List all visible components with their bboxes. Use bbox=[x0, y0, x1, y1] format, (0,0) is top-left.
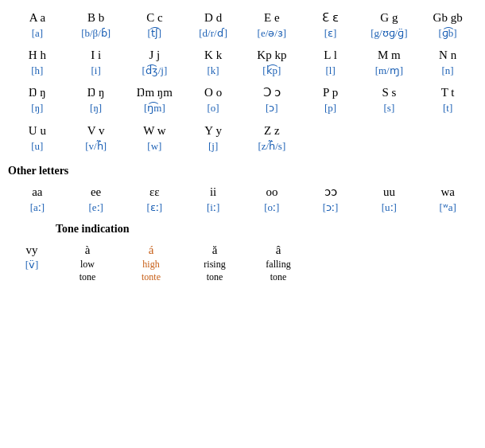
other-cell: uu[uː] bbox=[360, 181, 419, 218]
tone-cell: ărising tone bbox=[183, 239, 246, 286]
letter-display: E e bbox=[264, 10, 280, 26]
ipa-display: [s] bbox=[384, 101, 395, 115]
alphabet-cell: S s[s] bbox=[360, 81, 419, 119]
tone-cell: àlow tone bbox=[56, 239, 119, 286]
ipa-display: [v/ɦ̃] bbox=[85, 139, 107, 154]
tone-letter: à bbox=[85, 242, 91, 259]
ipa-display: [e/ə/ɜ] bbox=[258, 26, 287, 41]
alphabet-cell: Ŋ ŋ[ŋ] bbox=[8, 81, 67, 119]
ipa-display: [ŋ͡m] bbox=[144, 101, 165, 115]
letter-display: B b bbox=[87, 10, 104, 26]
other-letter-display: wa bbox=[440, 184, 455, 201]
other-letters-grid: aa[aː]ee[eː]εε[ɛː]ii[iː]oo[oː]ɔɔ[ɔː]uu[u… bbox=[8, 181, 477, 218]
tone-label: rising tone bbox=[204, 259, 225, 283]
other-ipa-display: [oː] bbox=[264, 201, 279, 215]
alphabet-cell: D d[d/r/ɗ] bbox=[184, 6, 242, 44]
ipa-display: [l] bbox=[325, 64, 335, 78]
letter-display: K k bbox=[204, 47, 222, 64]
ipa-display: [k͡p] bbox=[262, 64, 281, 78]
alphabet-cell: O o[o] bbox=[184, 81, 242, 119]
letter-display: Ŋm ŋm bbox=[137, 84, 173, 101]
other-cell: ii[iː] bbox=[184, 181, 242, 218]
ipa-display: [h] bbox=[31, 64, 43, 78]
empty-cell bbox=[360, 119, 419, 157]
ipa-display: [d/r/ɗ] bbox=[199, 26, 227, 41]
other-ipa-display: [aː] bbox=[30, 201, 45, 215]
alphabet-cell: Ɛ ɛ[ɛ] bbox=[301, 6, 360, 44]
tone-section: Tone indicationvy[v̈]àlow toneáhigh tont… bbox=[8, 223, 477, 286]
tone-grid: vy[v̈]àlow toneáhigh tonteărising toneâf… bbox=[8, 239, 477, 286]
other-letter-display: oo bbox=[266, 184, 277, 201]
letter-display: D d bbox=[204, 10, 222, 26]
letter-display: J j bbox=[149, 47, 160, 64]
ipa-display: [b/β/ɓ] bbox=[81, 26, 111, 41]
letter-display: H h bbox=[29, 47, 46, 64]
alphabet-cell: W w[w] bbox=[126, 119, 184, 157]
ipa-display: [d͡ʒ/j] bbox=[142, 64, 167, 78]
other-ipa-display: [ɛː] bbox=[147, 201, 163, 215]
alphabet-cell: L l[l] bbox=[301, 44, 360, 81]
letter-display: Gb gb bbox=[433, 10, 463, 26]
tone-label: low tone bbox=[80, 259, 96, 283]
tone-cell: âfalling tone bbox=[246, 239, 310, 286]
ipa-display: [t͡ʃ] bbox=[148, 26, 162, 41]
alphabet-cell: N n[n] bbox=[418, 44, 477, 81]
alphabet-cell: A a[a] bbox=[8, 6, 67, 44]
letter-display: T t bbox=[441, 84, 455, 101]
alphabet-cell: M m[m/ɱ] bbox=[360, 44, 419, 81]
ipa-display: [t] bbox=[443, 101, 452, 115]
alphabet-grid: A a[a]B b[b/β/ɓ]C c[t͡ʃ]D d[d/r/ɗ]E e[e/… bbox=[8, 6, 477, 157]
ipa-display: [m/ɱ] bbox=[375, 64, 403, 78]
ipa-display: [g/ʊɡ/ɡ̈] bbox=[371, 26, 407, 41]
empty-cell bbox=[301, 119, 360, 157]
ipa-display: [j] bbox=[208, 139, 218, 154]
alphabet-cell: Kp kp[k͡p] bbox=[242, 44, 301, 81]
other-letter-display: ɔɔ bbox=[324, 184, 337, 201]
letter-display: L l bbox=[324, 47, 337, 64]
alphabet-cell: U u[u] bbox=[8, 119, 67, 157]
alphabet-cell: Z z[z/ɦ̃/s] bbox=[242, 119, 301, 157]
tone-ipa: [v̈] bbox=[25, 259, 39, 271]
tone-cell: vy[v̈] bbox=[8, 239, 56, 286]
tone-label: high tonte bbox=[142, 259, 161, 283]
letter-display: M m bbox=[378, 47, 401, 64]
alphabet-cell: Y y[j] bbox=[184, 119, 242, 157]
ipa-display: [w] bbox=[147, 139, 161, 154]
other-ipa-display: [ʷa] bbox=[439, 201, 456, 215]
other-letters-title: Other letters bbox=[8, 165, 477, 177]
letter-display: W w bbox=[143, 123, 165, 139]
alphabet-cell: V v[v/ɦ̃] bbox=[67, 119, 126, 157]
other-cell: ee[eː] bbox=[67, 181, 126, 218]
ipa-display: [n] bbox=[442, 64, 454, 78]
ipa-display: [ŋ] bbox=[31, 101, 43, 115]
empty-cell bbox=[418, 119, 477, 157]
other-letter-display: ii bbox=[210, 184, 216, 201]
letter-display: U u bbox=[29, 123, 46, 139]
ipa-display: [ɡ͡b] bbox=[439, 26, 457, 41]
alphabet-cell: C c[t͡ʃ] bbox=[126, 6, 184, 44]
letter-display: S s bbox=[382, 84, 396, 101]
tone-letter: vy bbox=[26, 242, 38, 259]
tone-empty bbox=[310, 239, 477, 286]
other-cell: wa[ʷa] bbox=[418, 181, 477, 218]
ipa-display: [i] bbox=[91, 64, 100, 78]
letter-display: O o bbox=[204, 84, 222, 101]
tone-title: Tone indication bbox=[56, 223, 477, 236]
ipa-display: [k] bbox=[208, 64, 219, 78]
other-ipa-display: [uː] bbox=[382, 201, 397, 215]
ipa-display: [ɔ] bbox=[266, 101, 278, 115]
letter-display: N n bbox=[439, 47, 456, 64]
alphabet-cell: T t[t] bbox=[418, 81, 477, 119]
other-ipa-display: [eː] bbox=[88, 201, 103, 215]
letter-display: Ɔ ɔ bbox=[263, 84, 281, 101]
letter-display: V v bbox=[87, 123, 105, 139]
ipa-display: [a] bbox=[32, 26, 43, 41]
letter-display: A a bbox=[29, 10, 45, 26]
ipa-display: [p] bbox=[324, 101, 336, 115]
other-ipa-display: [ɔː] bbox=[323, 201, 339, 215]
tone-letter: â bbox=[276, 242, 281, 259]
other-cell: εε[ɛː] bbox=[126, 181, 184, 218]
alphabet-cell: Ɔ ɔ[ɔ] bbox=[242, 81, 301, 119]
tone-letter: ă bbox=[212, 242, 218, 259]
letter-display: Kp kp bbox=[257, 47, 286, 64]
